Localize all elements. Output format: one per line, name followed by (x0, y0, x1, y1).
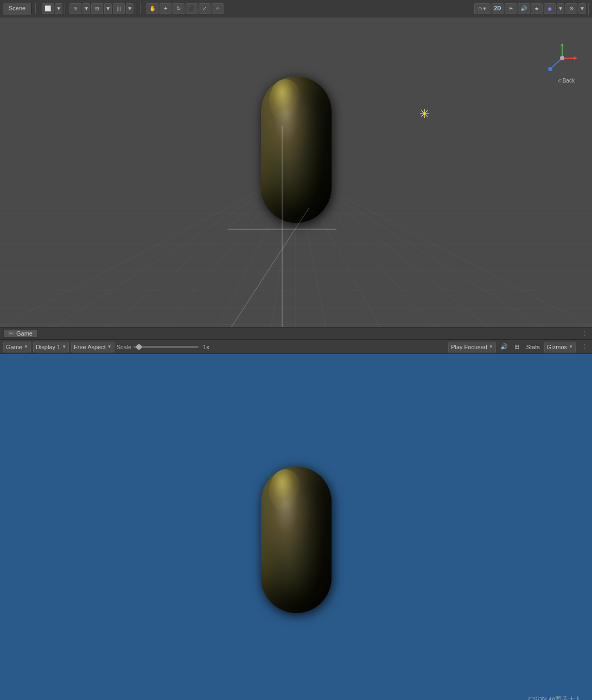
svg-marker-25 (574, 56, 577, 60)
camera-btn[interactable]: ◉ (544, 3, 556, 14)
game-toolbar: Game ▼ Display 1 ▼ Free Aspect ▼ Scale 1… (0, 340, 592, 354)
hand-btn[interactable]: ✋ (147, 3, 158, 14)
aspect-dropdown-arrow: ▼ (107, 344, 112, 349)
svg-line-12 (296, 172, 592, 327)
lighting-btn[interactable]: ☀ (505, 3, 517, 14)
scale-slider-thumb (136, 344, 142, 350)
play-focused-arrow: ▼ (489, 344, 493, 349)
scene-toolbar: Scene ⬜ ▼ ⊕ ▼ ⊞ ▼ ||| ▼ ✋ ✦ ↻ ⬛ ⤢ ✧ ⊙▼ 2… (0, 0, 592, 17)
audio-btn[interactable]: 🔊 (518, 3, 530, 14)
scale-slider[interactable] (133, 346, 199, 348)
game-panel-bar: 🎮 Game ⋮ (0, 327, 592, 340)
scale-value: 1x (203, 344, 209, 350)
rect-select-btn[interactable]: ⬜ (42, 3, 54, 14)
scale-btn[interactable]: ⤢ (199, 3, 211, 14)
2d-btn[interactable]: 2D (492, 3, 504, 14)
dropdown-btn-6[interactable]: ▼ (578, 3, 586, 14)
scene-viewport[interactable]: ✳ < Back (0, 17, 592, 327)
game-tab[interactable]: 🎮 Game (3, 329, 37, 338)
persp-dropdown-btn[interactable]: ⊙▼ (474, 3, 491, 14)
game-label: Game (6, 344, 22, 350)
gizmo-back-label[interactable]: < Back (546, 78, 587, 84)
gizmos-dropdown[interactable]: Gizmos ▼ (544, 342, 576, 352)
play-focused-label: Play Focused (451, 344, 487, 350)
more-options-btn[interactable]: ⋮ (579, 342, 589, 352)
audio-icon-btn[interactable]: 🔊 (499, 342, 509, 352)
dropdown-btn-4[interactable]: ▼ (126, 3, 133, 14)
game-toolbar-right: Play Focused ▼ 🔊 ⊞ Stats Gizmos ▼ ⋮ (448, 342, 589, 352)
dropdown-btn-1[interactable]: ▼ (55, 3, 62, 14)
tool-group-select: ⬜ ▼ (40, 3, 65, 15)
game-tab-label: Game (16, 330, 33, 337)
game-capsule-object (261, 466, 332, 613)
sun-light-icon[interactable]: ✳ (419, 107, 429, 121)
fx-btn[interactable]: ★ (531, 3, 543, 14)
extra-btn[interactable]: ✧ (212, 3, 224, 14)
rotate-btn[interactable]: ↻ (173, 3, 184, 14)
aspect-label: Free Aspect (74, 344, 106, 350)
game-dropdown[interactable]: Game ▼ (3, 342, 31, 352)
dropdown-btn-3[interactable]: ▼ (104, 3, 112, 14)
toolbar-right-group: ⊙▼ 2D ☀ 🔊 ★ ◉ ▼ ⊗ ▼ (472, 3, 589, 15)
scene-orientation-gizmo[interactable]: < Back (546, 42, 587, 91)
panel-more-btn[interactable]: ⋮ (579, 329, 589, 338)
play-focused-dropdown[interactable]: Play Focused ▼ (448, 342, 496, 352)
aspect-dropdown[interactable]: Free Aspect ▼ (71, 342, 114, 352)
display-dropdown-arrow: ▼ (62, 344, 66, 349)
move-btn[interactable]: ✦ (160, 3, 171, 14)
dropdown-btn-2[interactable]: ▼ (82, 3, 90, 14)
gizmos-label: Gizmos (547, 344, 567, 350)
stats-btn[interactable]: Stats (525, 344, 541, 350)
watermark-text: CSDN @栗子大人 (528, 695, 581, 700)
overlay-btn[interactable]: ⊗ (565, 3, 577, 14)
scene-tab[interactable]: Scene (3, 3, 31, 15)
game-dropdown-arrow: ▼ (24, 344, 28, 349)
grid-icon-btn[interactable]: ⊞ (512, 342, 522, 352)
tool-group-pivot: ⊕ ▼ ⊞ ▼ ||| ▼ (67, 3, 136, 15)
svg-line-21 (228, 207, 309, 327)
game-tab-icon: 🎮 (8, 331, 14, 336)
selection-gizmo (228, 126, 336, 327)
svg-point-28 (560, 56, 564, 60)
grid-btn[interactable]: ⊞ (91, 3, 103, 14)
snap-btn[interactable]: ||| (113, 3, 125, 14)
toolbar-sep-2 (140, 3, 141, 14)
display-dropdown[interactable]: Display 1 ▼ (33, 342, 69, 352)
dropdown-btn-5[interactable]: ▼ (557, 3, 564, 14)
game-viewport[interactable]: CSDN @栗子大人 (0, 354, 592, 700)
toolbar-separator (35, 3, 36, 14)
game-capsule-mesh (261, 466, 332, 613)
rect-btn[interactable]: ⬛ (186, 3, 198, 14)
gizmos-arrow: ▼ (569, 344, 573, 349)
scene-tab-label: Scene (9, 5, 26, 11)
svg-line-26 (551, 58, 562, 68)
scale-label: Scale (117, 344, 132, 350)
svg-point-27 (548, 67, 552, 71)
svg-marker-23 (561, 43, 564, 46)
display-label: Display 1 (36, 344, 60, 350)
pivot-btn[interactable]: ⊕ (69, 3, 81, 14)
tool-group-transform: ✋ ✦ ↻ ⬛ ⤢ ✧ (144, 3, 226, 15)
